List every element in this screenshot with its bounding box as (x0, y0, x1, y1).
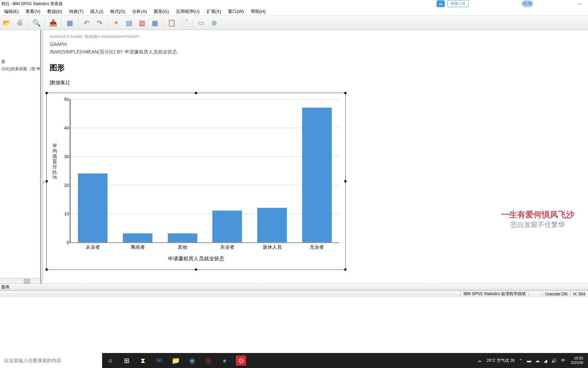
goto-data-icon[interactable]: ▦ (64, 17, 75, 28)
outline-bar-text: 图表 (1, 284, 10, 290)
y-tick: 20 (60, 182, 69, 187)
menu-help[interactable]: 帮助(H) (247, 8, 269, 15)
volume-icon[interactable]: 🔊 (550, 358, 558, 363)
print-icon[interactable]: 🖨 (14, 17, 25, 28)
x-axis-label: 申请廉租房人员就业状态 (49, 256, 343, 262)
selection-handle[interactable] (46, 180, 48, 182)
select-last-icon[interactable]: ✦ (111, 17, 121, 28)
title-bar: 档2] - IBM SPSS Statistics 查看器 ∞ 拖拽上传 01:… (0, 0, 588, 7)
syntax-line: /BAR(SIMPLE)=MEAN(百分比) BY 申请廉租房人员就业状态. (50, 48, 581, 56)
network-icon[interactable]: ◢ (543, 358, 548, 363)
timer-badge[interactable]: 01:00 (522, 0, 533, 7)
status-unicode: Unicode:ON (542, 291, 570, 297)
selection-handle[interactable] (344, 92, 346, 94)
x-tick-label: 离岗者 (131, 244, 145, 250)
content-pane: DATASET NAME 数据集1 WINDOW=FRONT. GRAPH /B… (43, 30, 588, 283)
dim1-icon[interactable]: ▭ (196, 17, 207, 28)
upload-button[interactable]: 拖拽上传 (447, 0, 469, 7)
y-tick: 50 (60, 96, 69, 102)
task-view-icon[interactable]: ⊞ (118, 353, 135, 368)
add-icon[interactable]: ⊕ (209, 17, 219, 28)
app-icon[interactable]: ◎ (200, 353, 216, 368)
bar (168, 233, 197, 242)
y-tick: 40 (60, 125, 69, 130)
selection-handle[interactable] (46, 92, 48, 94)
menu-graph[interactable]: 图形(G) (150, 8, 173, 15)
menu-view[interactable]: 查看(V) (22, 8, 44, 15)
menu-transform[interactable]: 转换(T) (66, 8, 87, 15)
app-icon[interactable]: ● (216, 353, 233, 368)
x-tick-label: 其他 (178, 244, 187, 250)
minimize-button[interactable]: — (573, 0, 586, 7)
outline-item[interactable]: 分比)的条形图（按 申请 (1, 66, 39, 72)
y-tick: 30 (60, 154, 69, 159)
windows-taskbar: ○ ⊞ ⧗ ✉ 📁 ◉ ◎ ● ⊙ ☁ 26°C 空气优 26 ⌃ ▬ ☁ ◢ … (0, 353, 588, 368)
window-title: 档2] - IBM SPSS Statistics 查看器 (1, 1, 63, 7)
cloud-tray-icon[interactable]: ☁ (534, 358, 541, 363)
clock[interactable]: 19:55 2021/8/ (569, 356, 585, 365)
bar (78, 173, 108, 242)
syntax-block: DATASET NAME 数据集1 WINDOW=FRONT. GRAPH /B… (50, 33, 581, 56)
outline-scrollbar[interactable] (0, 278, 40, 283)
undo-icon[interactable]: ↶ (81, 17, 92, 28)
selection-handle[interactable] (46, 269, 48, 271)
select-cases-icon[interactable]: ▦ (149, 17, 160, 28)
bar (212, 211, 242, 242)
taskbar-search-input[interactable] (0, 353, 102, 368)
preview-icon[interactable]: 🔍 (31, 17, 42, 28)
run-icon[interactable]: 📄 (179, 17, 190, 28)
menu-edit[interactable]: 编辑(E) (1, 8, 22, 15)
y-tick: 10 (60, 211, 69, 216)
menu-utilities[interactable]: 实用程序(U) (173, 8, 203, 15)
x-tick-label: 从业者 (86, 244, 100, 250)
menu-extensions[interactable]: 扩展(X) (203, 8, 225, 15)
bar (302, 108, 332, 242)
menu-data[interactable]: 数据(D) (44, 8, 66, 15)
system-tray: ☁ 26°C 空气优 26 ⌃ ▬ ☁ ◢ 🔊 中 19:55 2021/8/ (477, 356, 588, 365)
bar (123, 233, 152, 242)
selection-handle[interactable] (344, 180, 346, 182)
battery-icon[interactable]: ▬ (526, 358, 532, 363)
selection-handle[interactable] (195, 269, 197, 271)
explorer-icon[interactable]: 📁 (167, 353, 184, 368)
selection-handle[interactable] (195, 92, 197, 94)
syntax-line: DATASET NAME 数据集1 WINDOW=FRONT. (50, 33, 581, 41)
cloud-icon[interactable]: ∞ (437, 0, 445, 7)
weather-icon[interactable]: ☁ (477, 358, 481, 363)
menu-format[interactable]: 格式(O) (107, 8, 129, 15)
chevron-up-icon[interactable]: ⌃ (518, 358, 524, 363)
menu-window[interactable]: 窗口(W) (225, 8, 247, 15)
plot-area: 01020304050从业者离岗者其他失业者退休人员无业者 (70, 99, 339, 243)
cortana-icon[interactable]: ○ (102, 353, 118, 368)
goto-case-icon[interactable]: ▤ (124, 17, 134, 28)
designate-icon[interactable]: 📋 (166, 17, 177, 28)
x-tick-label: 退休人员 (263, 244, 282, 250)
status-height: H: 504 (570, 291, 588, 297)
mail-icon[interactable]: ✉ (151, 353, 167, 368)
weather-text[interactable]: 26°C 空气优 26 (485, 358, 516, 364)
menu-insert[interactable]: 插入(I) (87, 8, 107, 15)
toolbar: 📂 🖨 🔍 📤 ▦ ↶ ↷ ✦ ▤ ▥ ▦ 📋 📄 ▭ ⊕ (0, 16, 588, 30)
selection-handle[interactable] (344, 269, 346, 271)
open-icon[interactable]: 📂 (1, 17, 12, 28)
export-icon[interactable]: 📤 (48, 17, 59, 28)
syntax-line: GRAPH (50, 41, 581, 48)
netease-icon[interactable]: ⊙ (236, 355, 246, 366)
menu-analyze[interactable]: 分析(A) (129, 8, 150, 15)
x-tick-label: 失业者 (220, 244, 234, 250)
app-store-icon[interactable]: ⧗ (135, 353, 151, 368)
bar (257, 208, 287, 242)
y-tick: 0 (60, 240, 69, 245)
menu-bar: 编辑(E) 查看(V) 数据(D) 转换(T) 插入(I) 格式(O) 分析(A… (0, 7, 588, 16)
edge-icon[interactable]: ◉ (184, 353, 200, 368)
chart-container[interactable]: ➤ 平均值百分比% 01020304050从业者离岗者其他失业者退休人员无业者 … (46, 93, 346, 270)
status-processor: IBM SPSS Statistics 处理程序就绪 (460, 291, 528, 297)
section-title: 图形 (50, 63, 581, 73)
variables-icon[interactable]: ▥ (136, 17, 147, 28)
ime-indicator[interactable]: 中 (560, 358, 567, 364)
x-tick-label: 无业者 (310, 244, 324, 250)
redo-icon[interactable]: ↷ (94, 17, 105, 28)
dataset-label: [数据集1] (50, 80, 581, 86)
outline-item[interactable]: 集 (1, 59, 39, 65)
outline-label-bar: 图表 (0, 283, 588, 290)
